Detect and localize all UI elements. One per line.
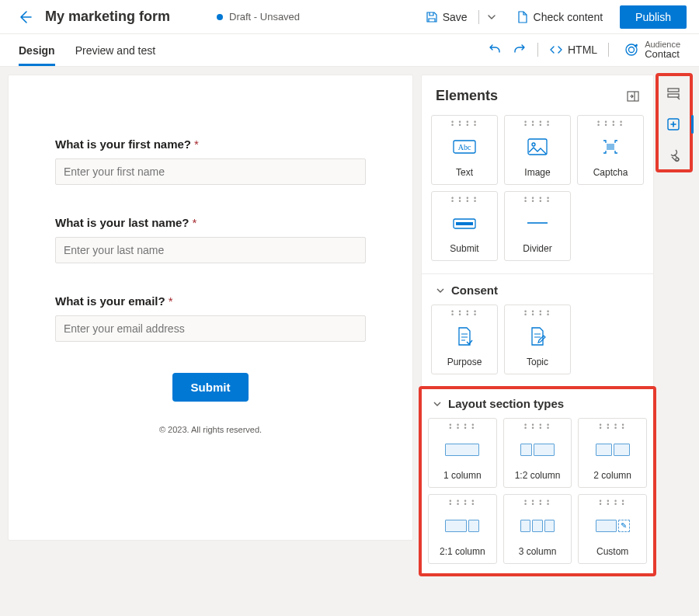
- text-icon: Abc: [453, 127, 476, 167]
- fields-tool[interactable]: [661, 79, 686, 107]
- element-label: Submit: [450, 243, 478, 260]
- separator: [608, 43, 609, 57]
- panel-collapse-button[interactable]: [627, 91, 639, 102]
- element-label: 1 column: [443, 470, 482, 487]
- form-field-email[interactable]: What is your email?*: [55, 294, 366, 342]
- layout-icon: [596, 430, 630, 470]
- element-divider[interactable]: • • • •• • • • Divider: [504, 191, 571, 261]
- layout-1-column[interactable]: • • • •• • • • 1 column: [428, 418, 497, 488]
- status-dot-icon: [217, 14, 223, 20]
- panel-title: Elements: [436, 88, 498, 104]
- grip-icon: • • • •• • • •: [600, 423, 626, 430]
- html-button[interactable]: HTML: [549, 43, 597, 57]
- element-label: 3 column: [519, 546, 557, 563]
- form-field-first-name[interactable]: What is your first name?*: [55, 137, 366, 185]
- grip-icon: • • • •• • • •: [449, 499, 475, 506]
- grip-icon: • • • •• • • •: [451, 120, 478, 127]
- element-topic[interactable]: • • • •• • • • Topic: [504, 305, 571, 374]
- element-submit[interactable]: • • • •• • • • Submit: [431, 191, 498, 261]
- topic-icon: [529, 316, 546, 357]
- check-content-label: Check content: [534, 11, 603, 23]
- element-label: 1:2 column: [515, 470, 561, 487]
- audience-selector[interactable]: Audience Contact: [624, 40, 680, 60]
- required-icon: *: [194, 137, 199, 151]
- element-text[interactable]: • • • •• • • • Abc Text: [431, 115, 498, 185]
- check-content-button[interactable]: Check content: [509, 6, 611, 28]
- element-purpose[interactable]: • • • •• • • • Purpose: [431, 305, 498, 374]
- layout-2-1-column[interactable]: • • • •• • • • 2:1 column: [428, 494, 497, 564]
- redo-button[interactable]: [513, 43, 527, 57]
- tab-design[interactable]: Design: [19, 34, 55, 66]
- top-bar: My marketing form Draft - Unsaved Save C…: [0, 0, 699, 34]
- tab-preview[interactable]: Preview and test: [75, 34, 156, 66]
- email-input[interactable]: [55, 315, 366, 342]
- field-label: What is your last name?: [55, 216, 190, 229]
- collapse-icon: [627, 91, 639, 102]
- back-button[interactable]: [17, 9, 33, 25]
- separator: [537, 43, 538, 57]
- grip-icon: • • • •• • • •: [524, 197, 551, 203]
- redo-icon: [513, 43, 527, 57]
- element-label: Custom: [596, 546, 628, 563]
- undo-icon: [488, 43, 502, 57]
- elements-panel: Elements • • • •• • • • Abc Text: [421, 75, 654, 576]
- publish-label: Publish: [635, 11, 671, 23]
- svg-point-1: [629, 47, 635, 53]
- layout-2-column[interactable]: • • • •• • • • 2 column: [578, 418, 647, 488]
- tool-strip: [654, 75, 693, 169]
- layout-custom[interactable]: • • • •• • • • Custom: [578, 494, 647, 564]
- image-icon: [527, 127, 548, 167]
- svg-rect-8: [456, 222, 473, 225]
- grip-icon: • • • •• • • •: [524, 310, 551, 316]
- purpose-icon: [456, 316, 473, 357]
- svg-rect-10: [668, 89, 679, 92]
- target-icon: [624, 43, 638, 57]
- form-field-last-name[interactable]: What is your last name?*: [55, 216, 366, 263]
- layout-icon: [445, 506, 479, 546]
- save-chevron[interactable]: [482, 8, 501, 26]
- grip-icon: • • • •• • • •: [451, 197, 478, 203]
- tabs: Design Preview and test: [19, 34, 155, 66]
- topbar-actions: Save Check content Publish: [418, 5, 687, 29]
- consent-section-header[interactable]: Consent: [422, 273, 653, 297]
- code-icon: [549, 43, 563, 57]
- grip-icon: • • • •• • • •: [524, 120, 551, 127]
- layout-section-header[interactable]: Layout section types: [428, 391, 647, 410]
- grip-icon: • • • •• • • •: [524, 499, 551, 506]
- submit-icon: [453, 203, 476, 243]
- layout-icon: [596, 506, 630, 546]
- element-label: Text: [456, 167, 473, 184]
- element-image[interactable]: • • • •• • • • Image: [504, 115, 571, 185]
- fields-icon: [666, 86, 680, 100]
- add-element-icon: [666, 117, 680, 131]
- styles-tool[interactable]: [661, 141, 686, 169]
- field-label: What is your email?: [55, 294, 165, 308]
- layout-highlight: Layout section types • • • •• • • • 1 co…: [419, 386, 656, 576]
- last-name-input[interactable]: [55, 237, 366, 263]
- chevron-down-icon: [487, 12, 496, 22]
- save-label: Save: [443, 11, 468, 23]
- undo-button[interactable]: [488, 43, 502, 57]
- chevron-down-icon: [433, 399, 442, 409]
- element-label: Topic: [527, 357, 548, 374]
- first-name-input[interactable]: [55, 158, 366, 185]
- form-footer: © 2023. All rights reserved.: [55, 425, 366, 434]
- html-label: HTML: [568, 44, 597, 56]
- elements-tool[interactable]: [661, 110, 686, 138]
- publish-button[interactable]: Publish: [620, 5, 687, 29]
- element-label: Captcha: [593, 167, 628, 184]
- chevron-down-icon: [436, 286, 445, 295]
- grip-icon: • • • •• • • •: [597, 120, 624, 127]
- element-captcha[interactable]: • • • •• • • • Captcha: [577, 115, 644, 185]
- layout-3-column[interactable]: • • • •• • • • 3 column: [503, 494, 572, 564]
- form-submit-button[interactable]: Submit: [172, 373, 249, 402]
- save-button[interactable]: Save: [418, 6, 475, 28]
- element-label: Image: [524, 167, 550, 184]
- form-canvas[interactable]: What is your first name?* What is your l…: [8, 75, 413, 541]
- element-label: 2 column: [593, 470, 631, 487]
- styles-icon: [666, 148, 680, 162]
- grip-icon: • • • •• • • •: [600, 499, 626, 506]
- svg-rect-11: [668, 94, 679, 97]
- layout-1-2-column[interactable]: • • • •• • • • 1:2 column: [503, 418, 572, 488]
- separator: [478, 10, 479, 24]
